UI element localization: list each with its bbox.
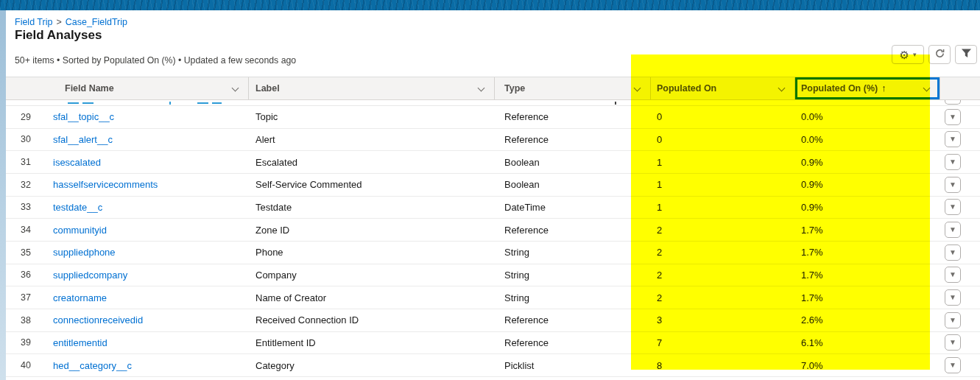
filter-button[interactable] [955, 45, 977, 64]
table-row: 32 hasselfservicecomments Self-Service C… [6, 174, 980, 197]
column-header-row-actions [940, 77, 980, 99]
triangle-down-icon: ▼ [949, 249, 956, 256]
field-analyses-panel: Field Trip>Case_FieldTrip Field Analyses… [6, 10, 980, 380]
row-action-menu-button[interactable]: ▼ [945, 312, 961, 328]
table-row: 33 testdate__c Testdate DateTime 1 0.9% … [6, 197, 980, 219]
field-type-cell: DateTime [495, 202, 651, 213]
page-title: Field Analyses [15, 28, 102, 43]
table-row: 39 entitlementid Entitlement ID Referenc… [6, 332, 980, 355]
field-name-link[interactable]: suppliedcompany [53, 270, 249, 281]
table-row: 34 communityid Zone ID Reference 2 1.7% … [6, 219, 980, 242]
row-action-menu-button[interactable]: ▼ [945, 267, 961, 283]
row-action-menu-button[interactable]: ▼ [945, 244, 961, 261]
refresh-icon [934, 48, 945, 62]
table-row: 36 suppliedcompany Company String 2 1.7%… [6, 264, 980, 287]
populated-pct-cell: 0.9% [795, 202, 940, 213]
populated-pct-cell: 0.9% [795, 157, 940, 168]
populated-on-cell: 3 [651, 314, 795, 326]
populated-pct-cell: 1.7% [795, 292, 940, 303]
populated-on-cell: 0 [651, 111, 795, 122]
row-actions-cell: ▼ [940, 154, 980, 170]
row-action-menu-button[interactable]: ▼ [945, 109, 961, 125]
field-name-link[interactable]: hasselfservicecomments [53, 179, 249, 190]
populated-pct-cell: 0.0% [795, 134, 940, 145]
field-name-link[interactable]: testdate__c [53, 202, 249, 213]
row-number: 36 [6, 270, 53, 280]
populated-pct-cell: 0.9% [795, 179, 940, 190]
page-background-strip [0, 10, 6, 380]
column-header-populated-on[interactable]: Populated On [651, 77, 795, 99]
chevron-down-icon [923, 85, 931, 92]
table-row: 35 suppliedphone Phone String 2 1.7% ▼ [6, 242, 980, 264]
breadcrumb-link-field-trip[interactable]: Field Trip [15, 17, 52, 27]
field-label-cell: Name of Creator [249, 292, 495, 303]
row-actions-cell: ▼ [940, 177, 980, 193]
column-header-populated-on-pct[interactable]: Populated On (%) ↑ [795, 77, 940, 99]
row-number: 29 [6, 112, 53, 122]
row-action-menu-button[interactable]: ▼ [945, 131, 961, 147]
table-row: 38 connectionreceivedid Received Connect… [6, 309, 980, 332]
field-name-link[interactable]: entitlementid [53, 337, 249, 348]
row-actions-cell: ▼ [940, 109, 980, 125]
populated-pct-cell: 1.7% [795, 270, 940, 281]
table-row: 40 hed__category__c Category Picklist 8 … [6, 354, 980, 377]
row-action-menu-button[interactable]: ▼ [945, 177, 961, 193]
field-type-cell: String [495, 270, 651, 281]
field-type-cell: Boolean [495, 157, 651, 168]
column-header-field-name[interactable]: Field Name [6, 77, 249, 99]
chevron-down-icon [778, 85, 786, 92]
table-row: 31 isescalated Escalated Boolean 1 0.9% … [6, 151, 980, 174]
field-name-link[interactable]: creatorname [53, 292, 249, 303]
populated-on-cell: 1 [651, 202, 795, 213]
list-toolbar: ⚙ ▾ [892, 45, 977, 64]
populated-on-cell: 2 [651, 292, 795, 303]
field-name-link[interactable]: hed__category__c [53, 360, 249, 371]
field-name-link[interactable]: sfal__topic__c [53, 111, 249, 122]
field-label-cell: Entitlement ID [249, 337, 495, 348]
field-name-link[interactable]: communityid [53, 225, 249, 236]
row-actions-cell: ▼ [940, 199, 980, 215]
row-actions-cell: ▼ [940, 244, 980, 261]
field-name-link[interactable]: sfal__alert__c [53, 134, 249, 145]
populated-on-cell: 2 [651, 270, 795, 281]
chevron-down-icon: ▾ [913, 52, 917, 58]
row-action-menu-button[interactable]: ▼ [945, 334, 961, 351]
display-settings-button[interactable]: ⚙ ▾ [892, 45, 924, 64]
brand-top-bar [0, 0, 980, 10]
row-action-menu-button[interactable]: ▼ [945, 357, 961, 373]
row-action-menu-button[interactable]: ▼ [945, 199, 961, 215]
triangle-down-icon: ▼ [949, 226, 956, 233]
row-action-menu-button[interactable]: ▼ [945, 289, 961, 306]
field-label-cell: Received Connection ID [249, 314, 495, 326]
table-row: 37 creatorname Name of Creator String 2 … [6, 286, 980, 309]
field-label-cell: Topic [249, 111, 495, 122]
row-action-menu-button[interactable]: ▼ [945, 222, 961, 238]
field-name-link[interactable]: isescalated [53, 157, 249, 168]
field-label-cell: Phone [249, 247, 495, 258]
breadcrumb-link-case-fieldtrip[interactable]: Case_FieldTrip [66, 17, 127, 27]
column-header-label-col[interactable]: Label [249, 77, 495, 99]
populated-pct-cell: 0.0% [795, 111, 940, 122]
refresh-button[interactable] [928, 45, 951, 64]
column-header-type[interactable]: Type [495, 77, 651, 99]
populated-on-cell: 1 [651, 179, 795, 190]
row-actions-cell: ▼ [940, 131, 980, 147]
populated-on-cell: 1 [651, 157, 795, 168]
column-header-label: Field Name [65, 83, 114, 94]
row-number: 39 [6, 337, 53, 348]
populated-pct-cell: 1.7% [795, 225, 940, 236]
field-label-cell: Testdate [249, 202, 495, 213]
populated-on-cell: 2 [651, 225, 795, 236]
field-name-link[interactable]: suppliedphone [53, 247, 249, 258]
triangle-down-icon: ▼ [949, 203, 956, 211]
row-28-partial [6, 100, 980, 106]
row-action-menu-button[interactable]: ▼ [945, 154, 961, 170]
column-header-label: Populated On (%) [801, 83, 878, 94]
field-trip-app-window: Field Trip>Case_FieldTrip Field Analyses… [0, 0, 980, 380]
populated-on-cell: 8 [651, 360, 795, 371]
field-name-link[interactable]: connectionreceivedid [53, 314, 249, 326]
field-type-cell: String [495, 292, 651, 303]
breadcrumb-separator: > [56, 17, 61, 27]
row-actions-cell: ▼ [940, 312, 980, 328]
triangle-down-icon: ▼ [949, 136, 956, 143]
